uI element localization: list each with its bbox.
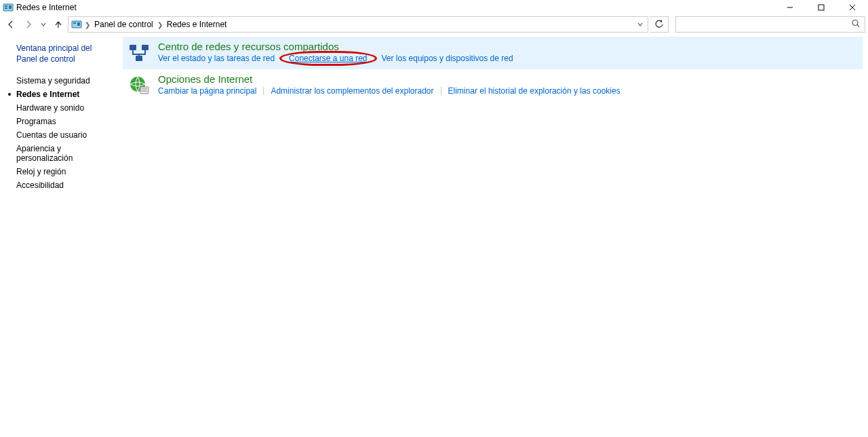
recent-locations-button[interactable] xyxy=(38,16,49,33)
address-dropdown-button[interactable] xyxy=(633,17,648,32)
chevron-right-icon: ❯ xyxy=(157,21,163,28)
task-link[interactable]: Administrar los complementos del explora… xyxy=(264,86,440,96)
control-panel-icon xyxy=(71,19,82,30)
sidebar-item[interactable]: Accesibilidad xyxy=(16,178,111,192)
main-content: Centro de redes y recursos compartidosVe… xyxy=(119,34,868,437)
svg-rect-13 xyxy=(130,45,136,50)
back-button[interactable] xyxy=(3,16,19,33)
sidebar-item[interactable]: Redes e Internet xyxy=(16,88,111,101)
annotation-circle xyxy=(279,51,376,66)
breadcrumb-root[interactable]: Panel de control xyxy=(94,20,153,29)
sidebar-item[interactable]: Cuentas de usuario xyxy=(16,128,111,142)
task-link[interactable]: Ver el estado y las tareas de red xyxy=(158,54,281,63)
internet-options-icon[interactable] xyxy=(128,75,150,96)
task-link[interactable]: Cambiar la página principal xyxy=(158,86,263,96)
titlebar: Redes e Internet xyxy=(0,0,868,15)
up-button[interactable] xyxy=(50,16,66,33)
search-icon xyxy=(851,19,861,31)
sidebar-item[interactable]: Hardware y sonido xyxy=(16,101,111,115)
svg-rect-2 xyxy=(5,7,7,9)
control-panel-home-link[interactable]: Ventana principal del Panel de control xyxy=(16,43,111,64)
svg-rect-14 xyxy=(142,45,149,50)
chevron-right-icon: ❯ xyxy=(85,21,90,28)
network-sharing-icon[interactable] xyxy=(128,42,150,64)
svg-line-12 xyxy=(857,25,859,27)
svg-rect-9 xyxy=(73,22,76,24)
sidebar-item[interactable]: Programas xyxy=(16,115,111,128)
sidebar-item[interactable]: Apariencia y personalización xyxy=(16,142,111,165)
task-link[interactable]: Eliminar el historial de exploración y l… xyxy=(441,86,627,96)
category-section: Centro de redes y recursos compartidosVe… xyxy=(123,37,863,69)
close-button[interactable] xyxy=(837,0,868,15)
sidebar-item[interactable]: Sistema y seguridad xyxy=(16,74,111,88)
maximize-button[interactable] xyxy=(806,0,837,15)
svg-rect-15 xyxy=(136,56,142,61)
sidebar: Ventana principal del Panel de control S… xyxy=(0,34,119,437)
svg-point-11 xyxy=(852,20,858,26)
window-title: Redes e Internet xyxy=(16,3,77,12)
breadcrumb-current[interactable]: Redes e Internet xyxy=(167,20,227,29)
address-bar[interactable]: ❯ Panel de control ❯ Redes e Internet xyxy=(68,16,648,33)
svg-rect-10 xyxy=(77,22,80,26)
svg-rect-17 xyxy=(140,87,149,94)
control-panel-icon xyxy=(3,2,14,13)
sidebar-item[interactable]: Reloj y región xyxy=(16,165,111,178)
toolbar: ❯ Panel de control ❯ Redes e Internet xyxy=(0,15,868,34)
search-input[interactable] xyxy=(675,16,865,33)
task-link[interactable]: Conectarse a una red xyxy=(282,54,374,63)
svg-rect-3 xyxy=(9,5,12,9)
forward-button[interactable] xyxy=(20,16,37,33)
svg-rect-5 xyxy=(818,5,824,10)
svg-rect-1 xyxy=(5,5,7,7)
task-link[interactable]: Ver los equipos y dispositivos de red xyxy=(375,54,520,63)
category-section: Opciones de InternetCambiar la página pr… xyxy=(123,69,863,102)
minimize-button[interactable] xyxy=(774,0,806,15)
refresh-button[interactable] xyxy=(650,16,669,33)
category-title-link[interactable]: Opciones de Internet xyxy=(158,73,857,85)
category-title-link[interactable]: Centro de redes y recursos compartidos xyxy=(158,41,857,52)
